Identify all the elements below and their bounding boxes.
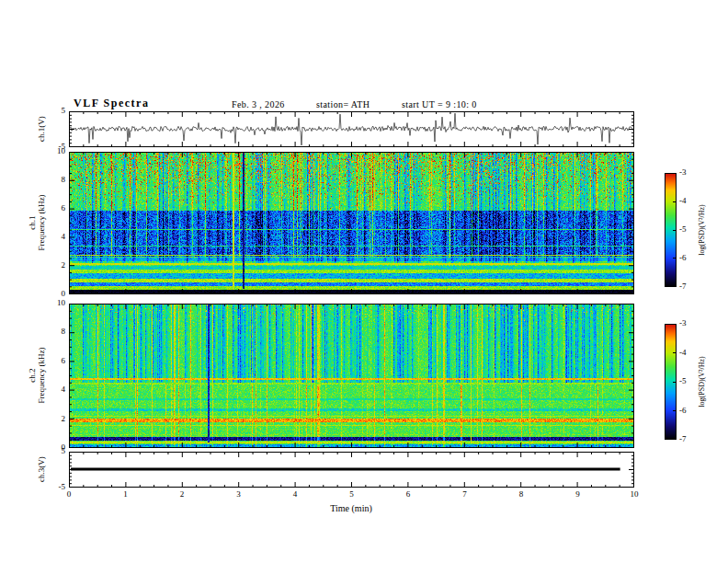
- spec2-ytick-6: 6: [47, 357, 65, 366]
- x-tick-label-0: 0: [67, 490, 72, 500]
- ch1-waveform-canvas: [69, 111, 634, 147]
- x-tick-label-4: 4: [293, 490, 298, 500]
- colorbar1-canvas: [665, 173, 677, 287]
- cb1-tick--3: -3: [679, 168, 687, 178]
- start-ut-label: start UT = 9 :10: 0: [402, 99, 477, 109]
- colorbar2-canvas: [665, 324, 677, 440]
- ch2-spectrogram-canvas: [69, 304, 634, 448]
- cb1-tick--5: -5: [679, 225, 687, 235]
- x-tick-label-9: 9: [575, 490, 580, 500]
- ch3-waveform-canvas: [69, 452, 634, 488]
- ch1-spectrogram-canvas: [69, 152, 634, 294]
- wave-ytick-5: 5: [47, 107, 65, 116]
- ch3-wave-ylabel: ch.3(V): [38, 456, 47, 482]
- x-tick-label-5: 5: [349, 490, 354, 500]
- spec1-ytick-6: 6: [47, 204, 65, 213]
- x-tick-label-6: 6: [406, 490, 411, 500]
- spec1-ytick-2: 2: [47, 261, 65, 270]
- cb1-tick--7: -7: [679, 282, 687, 292]
- spec2-ytick-2: 2: [47, 415, 65, 424]
- ch2-spec-ylabel-line2: Frequency (kHz): [37, 347, 46, 403]
- wave-ytick--5: -5: [47, 143, 65, 152]
- ch3-ytick--5: -5: [47, 483, 65, 492]
- figure: VLF Spectra Feb. 3 , 2026 station= ATH s…: [0, 0, 728, 563]
- ch2-spec-ylabel: ch.2 Frequency (kHz): [28, 347, 46, 403]
- spec1-ytick-4: 4: [47, 233, 65, 242]
- spec2-ytick-10: 10: [47, 299, 65, 308]
- ch1-spec-ylabel-line2: Frequency (kHz): [37, 194, 46, 250]
- colorbar1-title: log(PSD)(V²/Hz): [699, 204, 707, 255]
- cb2-tick--5: -5: [679, 377, 687, 386]
- spec2-ytick-4: 4: [47, 385, 65, 395]
- plot-title: VLF Spectra: [74, 98, 149, 109]
- cb2-tick--3: -3: [679, 319, 687, 328]
- spec2-ytick-8: 8: [47, 327, 65, 337]
- x-tick-label-2: 2: [180, 490, 185, 500]
- cb2-tick--7: -7: [679, 435, 687, 444]
- cb2-tick--4: -4: [679, 349, 687, 358]
- ch1-spec-ylabel: ch.1 Frequency (kHz): [28, 194, 46, 250]
- cb1-tick--4: -4: [679, 197, 687, 206]
- x-tick-label-7: 7: [462, 490, 467, 500]
- x-tick-label-10: 10: [631, 490, 639, 500]
- x-tick-label-3: 3: [236, 490, 241, 500]
- x-axis-title: Time (min): [330, 503, 371, 513]
- ch1-spec-ylabel-line1: ch.1: [28, 194, 37, 250]
- ch2-spec-ylabel-line1: ch.2: [28, 347, 37, 403]
- ch3-ytick-5: 5: [47, 447, 65, 456]
- x-tick-label-8: 8: [519, 490, 524, 500]
- station-label: station= ATH: [316, 99, 370, 109]
- date-label: Feb. 3 , 2026: [232, 99, 285, 109]
- x-tick-label-1: 1: [123, 490, 128, 500]
- cb1-tick--6: -6: [679, 254, 687, 263]
- cb2-tick--6: -6: [679, 407, 687, 416]
- ch1-wave-ylabel: ch.1(V): [38, 116, 47, 142]
- spec1-ytick-8: 8: [47, 176, 65, 185]
- colorbar2-title: log(PSD)(V²/Hz): [699, 356, 707, 407]
